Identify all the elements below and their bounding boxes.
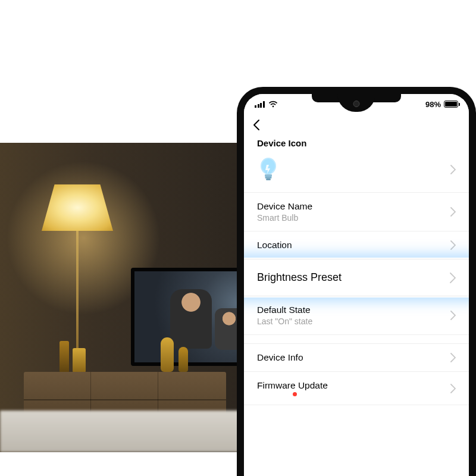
svg-rect-2 — [265, 177, 272, 178]
wifi-icon — [268, 101, 278, 108]
chevron-right-icon — [450, 353, 456, 362]
row-firmware-update[interactable]: Firmware Update — [244, 372, 469, 405]
svg-rect-3 — [266, 178, 271, 180]
back-button[interactable] — [252, 119, 261, 131]
row-brightness-preset[interactable]: Brightness Preset — [244, 259, 469, 296]
row-location[interactable]: Location — [244, 231, 469, 259]
chevron-right-icon — [450, 165, 456, 174]
row-label: Location — [257, 240, 292, 250]
svg-rect-1 — [265, 174, 272, 177]
update-indicator-icon — [293, 392, 297, 396]
row-device-icon[interactable] — [244, 153, 469, 193]
lamp-illustration — [42, 184, 113, 231]
section-title-device-icon: Device Icon — [244, 136, 469, 153]
row-device-name[interactable]: Device Name Smart Bulb — [244, 193, 469, 231]
battery-icon — [444, 101, 458, 108]
bulb-icon — [257, 156, 280, 183]
chevron-right-icon — [450, 207, 456, 217]
chevron-right-icon — [450, 311, 456, 320]
row-label: Default State — [257, 305, 312, 315]
row-label: Brightness Preset — [257, 271, 342, 284]
chevron-right-icon — [450, 240, 456, 250]
chevron-right-icon — [450, 384, 456, 393]
row-device-info[interactable]: Device Info — [244, 343, 469, 372]
chevron-right-icon — [450, 273, 456, 283]
row-value: Last "On" state — [257, 317, 312, 326]
row-label: Firmware Update — [257, 380, 328, 391]
battery-percent: 98% — [425, 100, 441, 109]
row-value: Smart Bulb — [257, 213, 312, 223]
phone-mockup: 98% Device Icon — [237, 87, 476, 476]
app-screen: 98% Device Icon — [244, 94, 469, 476]
row-default-state[interactable]: Default State Last "On" state — [244, 296, 469, 335]
row-label: Device Info — [257, 352, 303, 363]
cellular-icon — [255, 101, 265, 108]
row-label: Device Name — [257, 201, 312, 212]
